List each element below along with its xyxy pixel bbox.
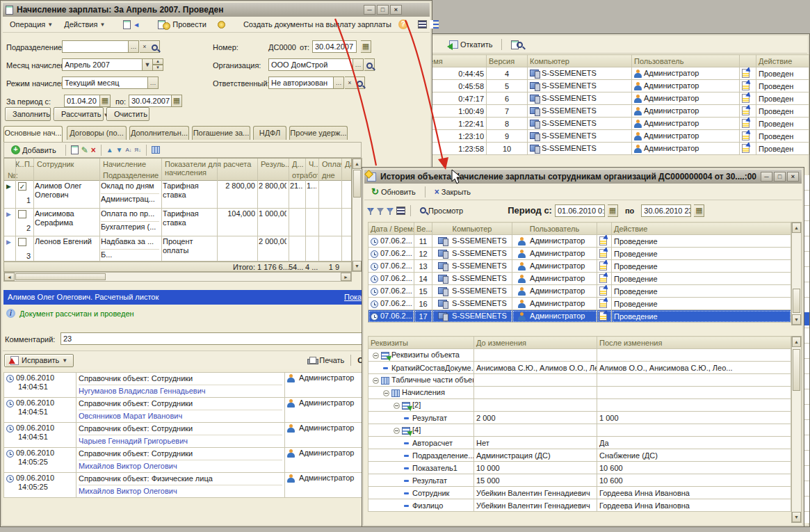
month-dropdown-button[interactable]: ▼ (143, 58, 153, 71)
grid-row[interactable]: ▶✓1Алимов Олег ОлеговичОклад по днямАдми… (4, 181, 352, 209)
add-row-button[interactable]: Добавить (7, 143, 60, 156)
department-choose-button[interactable]: … (129, 40, 139, 53)
row-checkbox[interactable] (18, 210, 26, 218)
version-row[interactable]: 1:23:5810S-SSEMENETSАдминистраторПроведе… (423, 143, 809, 155)
close-button[interactable]: × (390, 5, 402, 15)
filter-clear-icon[interactable] (377, 208, 384, 213)
copy-row-icon[interactable] (71, 145, 79, 154)
department-input[interactable] (62, 40, 129, 53)
month-spinner[interactable]: ▲ ▼ (153, 58, 163, 71)
col-datetime[interactable]: Дата / Время (368, 223, 414, 235)
rollback-button[interactable]: Откатить (445, 38, 496, 51)
column-settings-icon[interactable] (152, 146, 160, 154)
details-leaf-row[interactable]: КраткийСоставДокуме...Анисимова С.Ю., Ал… (368, 362, 791, 374)
grid-row[interactable]: ▶2Анисимова СерафимаОплата по пр...Бухга… (4, 209, 352, 236)
period-to-calendar-button[interactable]: ▦ (172, 95, 182, 107)
move-up-icon[interactable]: ▲ (106, 146, 113, 154)
expander-icon[interactable] (373, 378, 379, 384)
mode-choose-button[interactable]: … (148, 76, 159, 89)
details-leaf-row[interactable]: Результат2 0001 000 (368, 412, 791, 424)
mode-input[interactable]: Текущий месяц (62, 76, 148, 89)
version-row[interactable]: 1:23:109S-SSEMENETSАдминистраторПроведен (423, 130, 809, 143)
history-period-from-input[interactable]: 01.06.2010 0: (555, 204, 605, 217)
history-close-button[interactable]: × (787, 172, 799, 182)
clear-button[interactable]: Очистить (106, 107, 149, 121)
col-before[interactable]: До изменения (474, 337, 597, 349)
history-titlebar[interactable]: История объекта Начисление зарплаты сотр… (364, 170, 802, 184)
create-payment-docs-button[interactable]: Создать документы на выплату зарплаты (239, 18, 396, 31)
number-date-calendar-button[interactable]: ▦ (361, 40, 371, 53)
history-row[interactable]: 07.06.2...13 S-SSEMENETS АдминистраторПр… (368, 260, 791, 273)
menu-actions[interactable]: Действия▼ (60, 18, 109, 31)
col-user[interactable]: Пользователь (632, 55, 740, 67)
checkbox-list-icon[interactable] (430, 20, 439, 29)
tab-other-deductions[interactable]: Прочие удерж... (289, 126, 348, 140)
fix-button[interactable]: Исправить▼ (4, 354, 74, 367)
resp-clear-button[interactable]: × (345, 76, 355, 89)
department-clear-button[interactable]: × (140, 40, 150, 53)
col-after[interactable]: После изменения (597, 337, 791, 349)
number-date-input[interactable]: 30.04.2007 (312, 40, 357, 53)
history-table-scrollbar[interactable]: ▲▼ (791, 222, 802, 325)
org-input[interactable]: ООО ДомСтрой (268, 58, 353, 71)
details-leaf-row[interactable]: Результат15 00010 600 (368, 474, 791, 487)
structure-button[interactable]: ◄ (119, 18, 144, 31)
history-row[interactable]: 07.06.2...11 S-SSEMENETS АдминистраторПр… (368, 235, 791, 248)
org-open-button[interactable] (364, 58, 375, 71)
help-icon[interactable]: ? (398, 19, 408, 29)
sort-asc-icon[interactable]: А↓ (126, 147, 132, 153)
version-row[interactable]: 1:00:497S-SSEMENETSАдминистраторПроведен (423, 105, 809, 118)
details-leaf-row[interactable]: Подразделение...Администрация (ДС)Снабже… (368, 449, 791, 462)
resp-input[interactable]: Не авторизован (268, 76, 334, 89)
resp-choose-button[interactable]: … (334, 76, 344, 89)
grid-hscrollbar[interactable]: ◄ ► (3, 272, 352, 282)
col-action[interactable]: Действие (756, 55, 809, 67)
details-scrollbar[interactable]: ▲▼ (791, 336, 802, 523)
history-minimize-button[interactable]: ─ (761, 172, 772, 182)
department-open-button[interactable] (149, 40, 160, 53)
view-button[interactable]: Просмотр (416, 204, 467, 217)
filter-set-icon[interactable] (367, 208, 374, 213)
period-from-input[interactable]: 01.04.20 (64, 95, 100, 107)
row-checkbox[interactable] (18, 238, 26, 246)
history-maximize-button[interactable]: □ (774, 172, 786, 182)
history-row[interactable]: 07.06.2...15 S-SSEMENETS АдминистраторПр… (368, 285, 791, 298)
tab-ndfl[interactable]: НДФЛ (253, 126, 286, 140)
unpost-button[interactable] (213, 19, 229, 31)
month-input[interactable]: Апрель 2007 (62, 58, 143, 71)
details-leaf-row[interactable]: АвторасчетНетДа (368, 437, 791, 449)
post-button[interactable]: Провести (154, 17, 211, 32)
delete-row-icon[interactable]: × (91, 146, 96, 154)
fill-button[interactable]: Заполнить ▼ (5, 107, 51, 121)
expander-icon[interactable] (394, 403, 400, 409)
org-choose-button[interactable]: … (353, 58, 364, 71)
details-leaf-row[interactable]: ФизлицоУбейкин Валентин ГеннадиевичГорде… (368, 499, 791, 512)
details-leaf-row[interactable]: СотрудникУбейкин Валентин ГеннадиевичГор… (368, 487, 791, 499)
details-group-row[interactable]: Начисления (368, 387, 791, 399)
view-version-button[interactable] (507, 38, 527, 51)
minimize-button[interactable]: ─ (364, 5, 375, 15)
expander-icon[interactable] (383, 390, 389, 396)
version-row[interactable]: 0:47:176S-SSEMENETSАдминистраторПроведен (423, 92, 809, 105)
payroll-titlebar[interactable]: Начисление зарплаты: За Апрель 2007. Про… (3, 3, 430, 17)
period-from-calendar-button[interactable]: ▦ (100, 95, 111, 107)
history-period-to-input[interactable]: 30.06.2010 23 (641, 204, 691, 217)
details-group-row[interactable]: Табличные части объекта (368, 374, 791, 387)
history-period-to-calendar-button[interactable]: ▦ (694, 204, 704, 217)
details-group-row[interactable]: Реквизиты объекта (368, 349, 791, 362)
menu-operation[interactable]: Операция▼ (6, 18, 57, 31)
grid-row[interactable]: ▶3Леонов ЕвгенийНадбавка за ...Б...Проце… (4, 236, 352, 261)
expander-icon[interactable] (373, 353, 379, 359)
col-version[interactable]: Версия (487, 55, 528, 67)
tab-contracts[interactable]: Договоры (по... (67, 126, 127, 140)
details-group-row[interactable]: [2] (368, 399, 791, 412)
calculate-button[interactable]: Рассчитать ▼ (54, 107, 104, 121)
filter-settings-icon[interactable] (396, 207, 405, 215)
sort-desc-icon[interactable]: Я↓ (134, 147, 140, 153)
expander-icon[interactable] (394, 428, 400, 434)
col-attributes[interactable]: Реквизиты (368, 337, 474, 349)
close-history-button[interactable]: × Закрыть (430, 186, 475, 198)
edit-row-icon[interactable]: ✎ (81, 146, 88, 154)
version-row[interactable]: 1:22:418S-SSEMENETSАдминистраторПроведен (423, 118, 809, 130)
row-checkbox[interactable]: ✓ (18, 182, 26, 191)
